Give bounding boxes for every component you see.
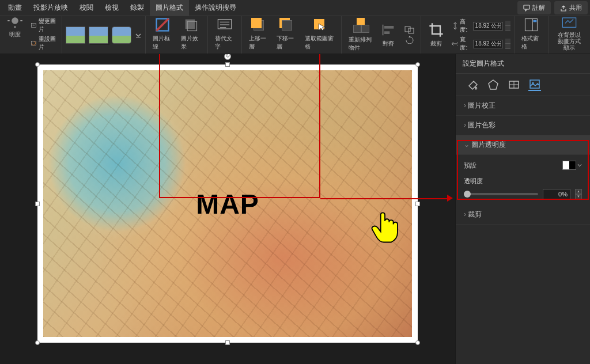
handle-tr[interactable] <box>415 62 420 67</box>
transparency-value-input[interactable] <box>543 189 570 199</box>
format-pane-button[interactable]: 格式窗格 <box>518 16 544 52</box>
alttext-group: 替代文字 <box>208 16 242 54</box>
handle-tc[interactable] <box>225 62 230 67</box>
section-correction[interactable]: 圖片校正 <box>456 96 590 116</box>
preset-thumbnail[interactable] <box>562 161 576 170</box>
gallery-more-icon[interactable] <box>135 27 142 43</box>
handle-br[interactable] <box>415 340 420 345</box>
tab-size[interactable] <box>508 78 520 91</box>
crop-button[interactable]: 裁剪 <box>425 21 448 49</box>
bring-forward-button[interactable]: 上移一層 <box>245 16 272 52</box>
border-label: 圖片框線 <box>153 35 172 51</box>
height-input[interactable] <box>473 22 503 31</box>
comments-button[interactable]: 註解 <box>517 1 551 14</box>
handle-bc[interactable] <box>225 340 230 345</box>
section-crop[interactable]: 裁剪 <box>456 205 590 225</box>
align-button[interactable]: 對齊 <box>377 21 400 49</box>
alt-text-button[interactable]: 替代文字 <box>211 16 238 52</box>
comments-label: 註解 <box>532 3 545 12</box>
crop-label: 裁剪 <box>430 40 442 48</box>
svg-point-1 <box>12 17 18 24</box>
slide[interactable]: MAP <box>37 65 418 343</box>
rotate-icon <box>404 36 415 44</box>
brightness-label: 明度 <box>9 31 21 39</box>
tab-effects[interactable] <box>487 78 500 91</box>
annotation-arrow-head <box>447 195 453 202</box>
menu-item-view[interactable]: 檢視 <box>99 0 124 16</box>
forward-icon <box>250 17 266 33</box>
svg-rect-0 <box>524 5 530 9</box>
picture-style-1[interactable] <box>66 26 85 44</box>
menu-item-help-search[interactable]: 操作說明搜尋 <box>189 0 242 16</box>
share-button[interactable]: 共用 <box>554 1 588 14</box>
svg-rect-19 <box>384 31 389 34</box>
effects-icon <box>183 17 199 33</box>
styles-gallery-group <box>62 16 146 54</box>
menu-item-picture-format[interactable]: 圖片格式 <box>150 0 189 16</box>
width-icon <box>451 40 457 48</box>
picture-style-3[interactable] <box>112 26 131 44</box>
reset-picture-icon <box>31 39 37 47</box>
reset-picture-button[interactable]: 重設圖片 <box>28 35 58 52</box>
picture-effects-button[interactable]: 圖片效果 <box>177 16 204 52</box>
menu-item-review[interactable]: 校閱 <box>74 0 99 16</box>
width-input[interactable] <box>473 40 503 48</box>
reorder-button[interactable]: 重新排列物件 <box>345 17 377 53</box>
bg-animate-label: 在背景以動畫方式顯示 <box>555 32 583 51</box>
effects-label: 圖片效果 <box>181 35 201 51</box>
format-pane-label: 格式窗格 <box>521 35 541 51</box>
reorder-label: 重新排列物件 <box>349 36 373 52</box>
size-icon <box>508 79 520 90</box>
width-label: 寬度: <box>460 36 470 52</box>
rotate-button[interactable] <box>402 35 417 44</box>
pentagon-icon <box>487 79 499 90</box>
picture-style-2[interactable] <box>89 26 108 44</box>
brightness-button[interactable]: 明度 <box>3 16 27 40</box>
backward-icon <box>278 17 294 33</box>
height-icon <box>451 22 457 30</box>
transparency-slider[interactable] <box>464 193 538 195</box>
crop-size-group: 裁剪 高度: 寬度: <box>421 16 515 54</box>
tab-picture[interactable] <box>528 78 541 91</box>
preset-dropdown-icon[interactable] <box>577 161 582 169</box>
handle-bl[interactable] <box>35 340 40 345</box>
section-transparency[interactable]: 圖片透明度 <box>456 135 590 155</box>
change-picture-button[interactable]: 變更圖片 <box>28 17 58 34</box>
alttext-label: 替代文字 <box>215 35 235 51</box>
border-icon <box>154 17 171 33</box>
menu-item-slideshow[interactable]: 投影片放映 <box>28 0 74 16</box>
svg-rect-25 <box>562 18 576 27</box>
svg-rect-20 <box>405 26 410 32</box>
handle-mr[interactable] <box>415 202 420 206</box>
width-spinner[interactable] <box>505 39 511 49</box>
group-button[interactable] <box>402 25 417 35</box>
reorder-align-group: 重新排列物件 對齊 <box>342 16 421 54</box>
paint-bucket-icon <box>467 79 478 90</box>
group-icon <box>404 26 415 34</box>
align-icon <box>380 22 396 38</box>
main-area: MAP 設定圖片格式 圖片校正 圖片色彩 <box>0 54 590 364</box>
menu-item-record[interactable]: 錄製 <box>124 0 150 16</box>
selection-pane-button[interactable]: 選取範圍窗格 <box>301 16 338 52</box>
arrange-group: 上移一層 下移一層 選取範圍窗格 <box>242 16 342 54</box>
rotate-handle[interactable] <box>224 54 231 60</box>
transparency-slider-knob[interactable] <box>464 191 471 198</box>
canvas-area[interactable]: MAP <box>0 54 455 364</box>
picture-border-button[interactable]: 圖片框線 <box>149 16 176 52</box>
section-color[interactable]: 圖片色彩 <box>456 116 590 135</box>
height-spinner[interactable] <box>505 21 511 31</box>
handle-tl[interactable] <box>35 62 40 67</box>
svg-rect-24 <box>534 20 537 22</box>
comment-icon <box>523 5 530 12</box>
handle-ml[interactable] <box>35 202 40 206</box>
menu-item-transition[interactable]: 動畫 <box>2 0 28 16</box>
ribbon: 明度 壓縮圖片 變更圖片 重設圖片 圖片框線 圖片效果 <box>0 16 590 54</box>
tab-fill[interactable] <box>466 78 479 91</box>
selection-pane-icon <box>312 17 328 33</box>
transparency-spinner[interactable]: ▲▼ <box>575 189 582 199</box>
selection-pane-label: 選取範圍窗格 <box>305 35 334 51</box>
menu-bar: 動畫 投影片放映 校閱 檢視 錄製 圖片格式 操作說明搜尋 註解 共用 <box>0 0 590 16</box>
bg-animate-button[interactable]: 在背景以動畫方式顯示 <box>552 16 587 52</box>
change-picture-icon <box>31 21 37 29</box>
send-backward-button[interactable]: 下移一層 <box>273 16 300 52</box>
